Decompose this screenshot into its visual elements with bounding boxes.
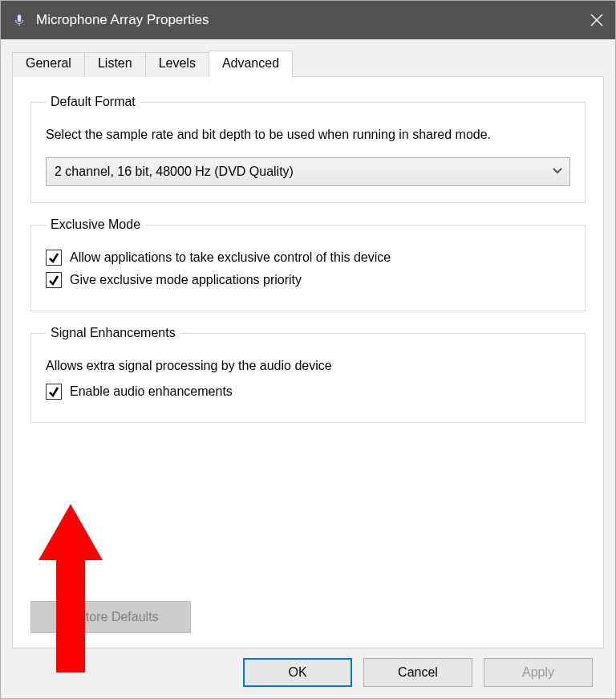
svg-rect-0 <box>18 14 22 22</box>
sample-rate-dropdown[interactable]: 2 channel, 16 bit, 48000 Hz (DVD Quality… <box>46 157 570 186</box>
titlebar: Microphone Array Properties <box>1 1 615 39</box>
ok-button[interactable]: OK <box>243 658 352 687</box>
client-area: General Listen Levels Advanced Default F… <box>1 39 615 698</box>
group-signal-enhancements: Signal Enhancements Allows extra signal … <box>30 326 586 423</box>
chevron-down-icon <box>552 165 563 179</box>
apply-button[interactable]: Apply <box>484 658 593 687</box>
restore-defaults-label: Restore Defaults <box>63 610 158 624</box>
checkbox-label: Enable audio enhancements <box>70 384 233 399</box>
checkbox-icon <box>46 272 62 288</box>
properties-dialog: Microphone Array Properties General List… <box>0 0 616 699</box>
checkbox-label: Give exclusive mode applications priorit… <box>70 273 302 287</box>
tab-general[interactable]: General <box>12 52 85 77</box>
group-legend: Signal Enhancements <box>46 326 180 340</box>
tab-advanced[interactable]: Advanced <box>209 51 293 78</box>
group-legend: Default Format <box>46 95 140 109</box>
checkbox-icon <box>46 250 62 266</box>
signal-enhancements-description: Allows extra signal processing by the au… <box>46 356 570 376</box>
checkbox-enable-enhancements[interactable]: Enable audio enhancements <box>46 384 570 400</box>
close-button[interactable] <box>578 1 615 39</box>
group-legend: Exclusive Mode <box>46 217 145 232</box>
checkbox-allow-exclusive[interactable]: Allow applications to take exclusive con… <box>46 250 570 266</box>
window-title: Microphone Array Properties <box>36 12 578 28</box>
checkbox-exclusive-priority[interactable]: Give exclusive mode applications priorit… <box>46 272 570 288</box>
dialog-buttons: OK Cancel Apply <box>12 648 604 698</box>
group-exclusive-mode: Exclusive Mode Allow applications to tak… <box>30 217 586 311</box>
checkbox-label: Allow applications to take exclusive con… <box>70 250 391 265</box>
checkbox-icon <box>46 384 62 400</box>
group-default-format: Default Format Select the sample rate an… <box>30 95 586 203</box>
tab-listen[interactable]: Listen <box>84 52 146 77</box>
tab-panel-advanced: Default Format Select the sample rate an… <box>12 76 604 648</box>
sample-rate-value: 2 channel, 16 bit, 48000 Hz (DVD Quality… <box>55 165 294 179</box>
default-format-description: Select the sample rate and bit depth to … <box>46 125 570 144</box>
restore-defaults-button[interactable]: Restore Defaults <box>30 601 191 633</box>
cancel-button[interactable]: Cancel <box>363 658 472 687</box>
microphone-icon <box>12 13 26 27</box>
tabstrip: General Listen Levels Advanced <box>12 51 604 77</box>
tab-levels[interactable]: Levels <box>145 52 209 77</box>
